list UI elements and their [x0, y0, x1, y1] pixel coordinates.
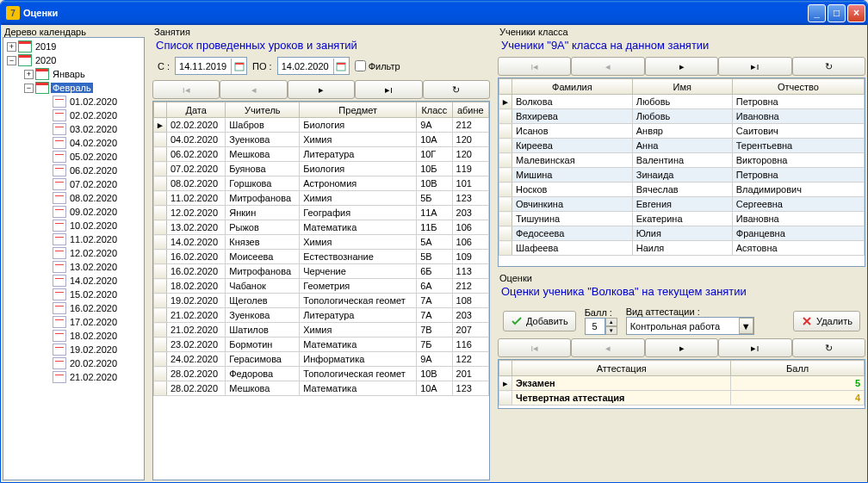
nav-last-button[interactable]: ▸ı: [718, 338, 791, 357]
dropdown-button[interactable]: ▼: [739, 318, 753, 334]
attestation-combo[interactable]: ▼: [626, 317, 754, 335]
tree-year-2019[interactable]: + 2019: [3, 40, 144, 53]
add-button[interactable]: Добавить: [503, 311, 576, 331]
table-row[interactable]: 06.02.2020МешковаЛитература10Г120: [154, 147, 489, 162]
grades-grid[interactable]: Аттестация Балл ▸Экзамен5Четвертная атте…: [498, 359, 865, 409]
expand-icon[interactable]: +: [24, 70, 34, 79]
nav-prev-button[interactable]: ◂: [571, 338, 644, 357]
tree-month-february[interactable]: − Февраль: [3, 81, 144, 95]
nav-last-button[interactable]: ▸ı: [355, 80, 422, 99]
table-row[interactable]: 16.02.2020МитрофановаЧерчение6Б113: [154, 264, 489, 279]
students-grid[interactable]: Фамилия Имя Отчество ▸ВолковаЛюбовьПетро…: [498, 77, 865, 267]
table-row[interactable]: ▸02.02.2020ШабровБиология9А212: [154, 118, 489, 133]
date-to-input[interactable]: [277, 57, 350, 75]
tree-day[interactable]: 06.02.2020: [3, 164, 144, 177]
date-to-field[interactable]: [278, 61, 333, 71]
collapse-icon[interactable]: −: [24, 84, 34, 93]
tree-day[interactable]: 09.02.2020: [3, 205, 144, 219]
table-row[interactable]: 07.02.2020БуяноваБиология10Б119: [154, 162, 489, 176]
nav-last-button[interactable]: ▸ı: [718, 57, 791, 76]
table-row[interactable]: 24.02.2020ГерасимоваИнформатика9А122: [154, 352, 489, 367]
table-row[interactable]: ФедосееваЮлияФранцевна: [499, 226, 865, 241]
splitter[interactable]: [498, 267, 865, 269]
table-row[interactable]: 21.02.2020ШатиловХимия7В207: [154, 323, 489, 337]
collapse-icon[interactable]: −: [7, 56, 16, 65]
col-firstname[interactable]: Имя: [632, 79, 732, 95]
table-row[interactable]: ▸Экзамен5: [499, 376, 865, 391]
lessons-grid[interactable]: Дата Учитель Предмет Класс абине ▸02.02.…: [152, 101, 490, 480]
table-row[interactable]: ТишунинаЕкатеринаИвановна: [499, 212, 865, 226]
nav-refresh-button[interactable]: ↻: [792, 57, 865, 76]
table-row[interactable]: 12.02.2020ЯнкинГеография11А203: [154, 206, 489, 220]
tree-day[interactable]: 19.02.2020: [3, 343, 144, 356]
expand-icon[interactable]: +: [7, 42, 16, 52]
nav-first-button[interactable]: ı◂: [498, 338, 571, 357]
col-room[interactable]: абине: [452, 102, 488, 118]
close-button[interactable]: ×: [847, 4, 865, 22]
nav-next-button[interactable]: ▸: [645, 338, 718, 357]
maximize-button[interactable]: □: [828, 4, 846, 22]
tree-day[interactable]: 02.02.2020: [3, 108, 144, 122]
nav-next-button[interactable]: ▸: [645, 57, 718, 76]
table-row[interactable]: НосковВячеславВладимирович: [499, 183, 865, 197]
tree-day[interactable]: 10.02.2020: [3, 219, 144, 232]
date-from-field[interactable]: [176, 61, 231, 71]
table-row[interactable]: 04.02.2020ЗуенковаХимия10А120: [154, 133, 489, 147]
tree-day[interactable]: 18.02.2020: [3, 329, 144, 343]
calendar-tree[interactable]: + 2019 − 2020 + Январь − Февраль: [3, 37, 145, 480]
tree-day[interactable]: 21.02.2020: [3, 370, 144, 384]
col-midname[interactable]: Отчество: [732, 79, 864, 95]
table-row[interactable]: ИсановАнвярСаитович: [499, 124, 865, 139]
tree-day[interactable]: 01.02.2020: [3, 95, 144, 108]
table-row[interactable]: 19.02.2020ЩеголевТопологическая геомет7А…: [154, 294, 489, 308]
table-row[interactable]: КирееваАннаТерентьевна: [499, 139, 865, 153]
minimize-button[interactable]: _: [808, 4, 826, 22]
filter-checkbox-input[interactable]: [355, 60, 366, 71]
nav-refresh-button[interactable]: ↻: [792, 338, 865, 357]
tree-day[interactable]: 14.02.2020: [3, 274, 144, 288]
col-subject[interactable]: Предмет: [300, 102, 417, 118]
table-row[interactable]: 21.02.2020ЗуенковаЛитература7А203: [154, 308, 489, 323]
score-input[interactable]: [585, 318, 605, 335]
nav-first-button[interactable]: ı◂: [152, 80, 220, 99]
table-row[interactable]: Четвертная аттестация4: [499, 391, 865, 406]
col-lastname[interactable]: Фамилия: [512, 79, 633, 95]
table-row[interactable]: МалевинскаяВалентинаВикторовна: [499, 153, 865, 168]
tree-day[interactable]: 17.02.2020: [3, 315, 144, 329]
tree-day[interactable]: 04.02.2020: [3, 136, 144, 150]
tree-day[interactable]: 12.02.2020: [3, 246, 144, 260]
table-row[interactable]: ВяхиреваЛюбовьИвановна: [499, 109, 865, 124]
col-teacher[interactable]: Учитель: [226, 102, 300, 118]
col-score[interactable]: Балл: [731, 361, 865, 376]
table-row[interactable]: 28.02.2020ФедороваТопологическая геомет1…: [154, 367, 489, 381]
table-row[interactable]: 23.02.2020БормотинМатематика7Б116: [154, 337, 489, 352]
tree-day[interactable]: 15.02.2020: [3, 288, 144, 301]
nav-prev-button[interactable]: ◂: [571, 57, 644, 76]
table-row[interactable]: ОвчинкинаЕвгенияСергеевна: [499, 197, 865, 212]
calendar-picker-icon[interactable]: [333, 59, 349, 74]
tree-day[interactable]: 13.02.2020: [3, 260, 144, 274]
table-row[interactable]: ▸ВолковаЛюбовьПетровна: [499, 95, 865, 109]
splitter[interactable]: [147, 27, 150, 480]
tree-day[interactable]: 07.02.2020: [3, 177, 144, 191]
spin-up-button[interactable]: ▲: [605, 318, 617, 326]
table-row[interactable]: 18.02.2020ЧабанокГеометрия6А212: [154, 279, 489, 294]
tree-month-january[interactable]: + Январь: [3, 67, 144, 81]
titlebar[interactable]: 7 Оценки _ □ ×: [1, 1, 867, 25]
table-row[interactable]: МишинаЗинаидаПетровна: [499, 168, 865, 183]
spin-down-button[interactable]: ▼: [605, 326, 617, 335]
table-row[interactable]: 28.02.2020МешковаМатематика10А123: [154, 381, 489, 396]
col-attestation[interactable]: Аттестация: [512, 361, 731, 376]
score-spinner[interactable]: ▲ ▼: [585, 318, 617, 335]
calendar-picker-icon[interactable]: [231, 59, 246, 74]
nav-next-button[interactable]: ▸: [288, 80, 355, 99]
table-row[interactable]: 13.02.2020РыжовМатематика11Б106: [154, 220, 489, 235]
filter-checkbox[interactable]: Фильтр: [355, 60, 400, 71]
nav-first-button[interactable]: ı◂: [498, 57, 571, 76]
tree-day[interactable]: 11.02.2020: [3, 232, 144, 246]
table-row[interactable]: 14.02.2020КнязевХимия5А106: [154, 235, 489, 250]
tree-day[interactable]: 16.02.2020: [3, 301, 144, 315]
tree-day[interactable]: 05.02.2020: [3, 150, 144, 164]
col-date[interactable]: Дата: [167, 102, 226, 118]
tree-day[interactable]: 03.02.2020: [3, 122, 144, 136]
